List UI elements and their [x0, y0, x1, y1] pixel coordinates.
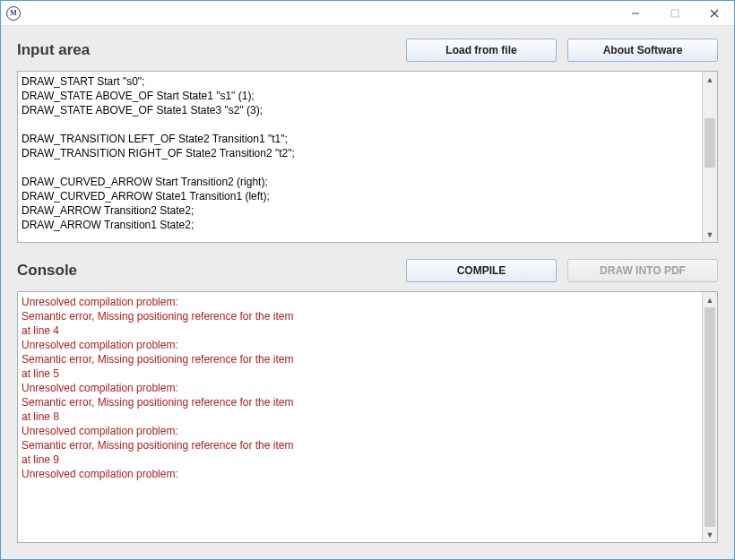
console-output[interactable]: Unresolved compilation problem: Semantic…	[18, 292, 702, 542]
scroll-up-icon[interactable]: ▲	[703, 72, 717, 87]
input-header: Input area Load from file About Software	[17, 39, 718, 62]
input-scroll-track[interactable]	[703, 87, 717, 227]
minimize-icon	[631, 9, 640, 18]
close-button[interactable]	[695, 1, 734, 26]
input-textarea-wrap: DRAW_START Start "s0"; DRAW_STATE ABOVE_…	[17, 71, 718, 243]
close-icon	[710, 9, 719, 18]
maximize-icon	[670, 9, 679, 18]
titlebar: M	[1, 1, 734, 26]
console-header: Console COMPILE DRAW INTO PDF	[17, 259, 718, 282]
console-title: Console	[17, 262, 395, 280]
window-controls	[616, 1, 734, 26]
input-textarea[interactable]: DRAW_START Start "s0"; DRAW_STATE ABOVE_…	[18, 72, 702, 242]
scroll-down-icon[interactable]: ▼	[703, 527, 717, 542]
draw-into-pdf-button: DRAW INTO PDF	[567, 259, 718, 282]
console-scroll-track[interactable]	[703, 307, 717, 527]
console-scrollbar[interactable]: ▲ ▼	[702, 292, 717, 542]
content-area: Input area Load from file About Software…	[1, 26, 734, 559]
console-scroll-thumb[interactable]	[705, 307, 715, 527]
maximize-button	[655, 1, 695, 26]
scroll-up-icon[interactable]: ▲	[703, 292, 717, 307]
scroll-down-icon[interactable]: ▼	[703, 227, 717, 242]
input-scrollbar[interactable]: ▲ ▼	[702, 72, 717, 242]
svg-rect-1	[671, 10, 679, 17]
app-window: M Input area Load from file About Softwa…	[0, 0, 735, 560]
about-software-button[interactable]: About Software	[567, 39, 718, 62]
input-title: Input area	[17, 41, 395, 59]
console-output-wrap: Unresolved compilation problem: Semantic…	[17, 291, 718, 543]
minimize-button[interactable]	[616, 1, 655, 26]
app-icon: M	[6, 6, 21, 21]
load-from-file-button[interactable]: Load from file	[406, 39, 557, 62]
input-scroll-thumb[interactable]	[705, 118, 715, 168]
compile-button[interactable]: COMPILE	[406, 259, 557, 282]
